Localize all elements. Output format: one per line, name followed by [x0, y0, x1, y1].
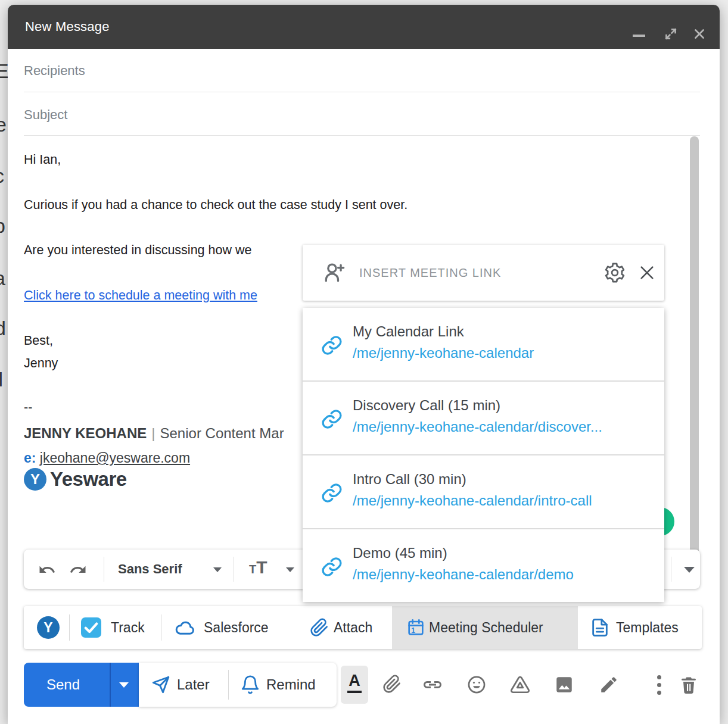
later-send-icon[interactable]	[151, 675, 171, 695]
font-family-selector[interactable]: Sans Serif	[118, 550, 182, 589]
link-chain-icon	[321, 334, 343, 357]
remind-label[interactable]: Remind	[266, 663, 316, 707]
email-address[interactable]: jkeohane@yesware.com	[40, 450, 190, 466]
signature-pen-icon[interactable]	[599, 675, 619, 695]
field-divider	[24, 92, 700, 92]
signature-divider: --	[24, 400, 32, 415]
emoji-icon[interactable]	[466, 675, 487, 695]
email-label: e:	[24, 450, 36, 466]
yesware-logo-text: Yesware	[50, 468, 127, 490]
yesware-signature-logo: YYesware	[24, 468, 127, 491]
meeting-link-title: Demo (45 min)	[353, 545, 447, 561]
meeting-link-title: My Calendar Link	[353, 323, 464, 340]
signature-line: JENNY KEOHANE|Senior Content Mar	[24, 425, 284, 442]
recipients-field[interactable]: Recipients	[24, 63, 85, 79]
meeting-link-list: My Calendar Link /me/jenny-keohane-calen…	[303, 308, 664, 602]
salesforce-cloud-icon[interactable]	[174, 619, 197, 636]
meeting-link-url: /me/jenny-keohane-calendar/discover...	[353, 419, 602, 435]
toolbar-divider	[671, 557, 671, 582]
meeting-link-item[interactable]: Discovery Call (15 min) /me/jenny-keohan…	[303, 380, 664, 454]
popup-title: INSERT MEETING LINK	[359, 245, 501, 301]
more-options-icon[interactable]	[657, 672, 661, 698]
body-line: Hi Ian,	[24, 152, 61, 167]
body-line: Are you interested in discussing how we	[24, 243, 251, 258]
subject-field[interactable]: Subject	[24, 107, 67, 123]
track-checkbox[interactable]	[81, 617, 101, 638]
discard-trash-icon[interactable]	[678, 675, 699, 696]
svg-text:1: 1	[411, 626, 415, 635]
later-remind-card: Later Remind	[139, 663, 337, 707]
signature-role: Senior Content Mar	[160, 425, 284, 441]
person-add-icon	[322, 260, 348, 286]
minimize-icon[interactable]	[633, 35, 645, 37]
body-line: Best,	[24, 333, 53, 348]
window-title: New Message	[25, 5, 110, 49]
page-background: E e c p a d tl New Message Recipients Su…	[0, 0, 728, 724]
undo-icon[interactable]	[38, 561, 56, 579]
formatting-options-button[interactable]: A	[341, 666, 368, 704]
later-label[interactable]: Later	[177, 663, 210, 707]
meeting-link-title: Discovery Call (15 min)	[353, 397, 500, 414]
remind-bell-icon[interactable]	[240, 675, 260, 695]
calendar-icon: 1	[406, 618, 425, 637]
send-button-group: Send	[24, 663, 139, 707]
close-icon[interactable]	[692, 26, 707, 42]
toolbar-divider	[104, 557, 104, 582]
meeting-link-item[interactable]: My Calendar Link /me/jenny-keohane-calen…	[303, 308, 664, 380]
meeting-link-url: /me/jenny-keohane-calendar	[353, 345, 534, 361]
chevron-down-icon[interactable]	[213, 567, 222, 572]
bg-letter-fragment: p	[0, 214, 5, 238]
meeting-link-item[interactable]: Intro Call (30 min) /me/jenny-keohane-ca…	[303, 454, 664, 528]
toolbar-divider	[69, 614, 70, 641]
templates-label[interactable]: Templates	[616, 606, 679, 649]
yesware-toolbar: Y Track Salesforce Attach	[24, 606, 702, 649]
toolbar-divider	[161, 614, 161, 641]
yesware-logo-icon: Y	[24, 468, 46, 491]
bg-letter-fragment: tl	[0, 368, 3, 391]
compose-titlebar: New Message	[8, 5, 720, 49]
signature-email-line: e: jkeohane@yesware.com	[24, 450, 190, 466]
salesforce-label[interactable]: Salesforce	[204, 606, 269, 649]
toolbar-divider	[234, 557, 234, 582]
google-drive-icon[interactable]	[510, 675, 530, 695]
bg-letter-fragment: c	[0, 164, 4, 188]
attach-label[interactable]: Attach	[334, 606, 372, 649]
yesware-toolbar-logo-icon[interactable]: Y	[37, 616, 60, 639]
toolbar-overflow-chevron-icon[interactable]	[684, 567, 695, 573]
templates-document-icon[interactable]	[590, 617, 610, 638]
redo-icon[interactable]	[69, 561, 87, 579]
meeting-link-item[interactable]: Demo (45 min) /me/jenny-keohane-calendar…	[303, 528, 664, 602]
meeting-scheduler-label: Meeting Scheduler	[429, 606, 543, 649]
link-chain-icon	[321, 556, 343, 578]
bg-letter-fragment: a	[0, 267, 5, 290]
link-chain-icon	[321, 482, 343, 504]
text-size-selector[interactable]: TT	[249, 557, 267, 578]
attach-paperclip-icon[interactable]	[310, 618, 329, 637]
meeting-link-url: /me/jenny-keohane-calendar/intro-call	[353, 492, 592, 509]
signature-name: JENNY KEOHANE	[24, 425, 147, 441]
insert-link-icon[interactable]	[422, 679, 443, 691]
popup-gap	[303, 301, 664, 308]
meeting-link-url: /me/jenny-keohane-calendar/demo	[353, 566, 574, 583]
insert-photo-icon[interactable]	[554, 675, 574, 695]
signature-separator: |	[147, 425, 160, 441]
toolbar-divider	[228, 670, 229, 700]
send-options-chevron-icon[interactable]	[119, 682, 129, 688]
link-chain-icon	[321, 408, 343, 430]
send-button[interactable]: Send	[46, 663, 80, 707]
send-divider	[110, 663, 111, 707]
body-scrollbar[interactable]	[690, 136, 699, 567]
chevron-down-icon[interactable]	[286, 567, 294, 572]
popup-close-icon[interactable]	[637, 263, 657, 282]
body-line: Curious if you had a chance to check out…	[24, 198, 407, 213]
meeting-link-title: Intro Call (30 min)	[353, 471, 466, 488]
insert-meeting-link-popup: INSERT MEETING LINK	[303, 245, 664, 602]
settings-gear-icon[interactable]	[603, 261, 626, 284]
bg-letter-fragment: e	[0, 113, 7, 136]
popout-icon[interactable]	[663, 26, 679, 42]
bg-letter-fragment: d	[0, 317, 6, 340]
meeting-scheduler-button[interactable]: 1 Meeting Scheduler	[392, 606, 578, 649]
schedule-meeting-link[interactable]: Click here to schedule a meeting with me	[24, 288, 257, 303]
attach-files-icon[interactable]	[382, 675, 402, 694]
track-label[interactable]: Track	[111, 606, 145, 649]
